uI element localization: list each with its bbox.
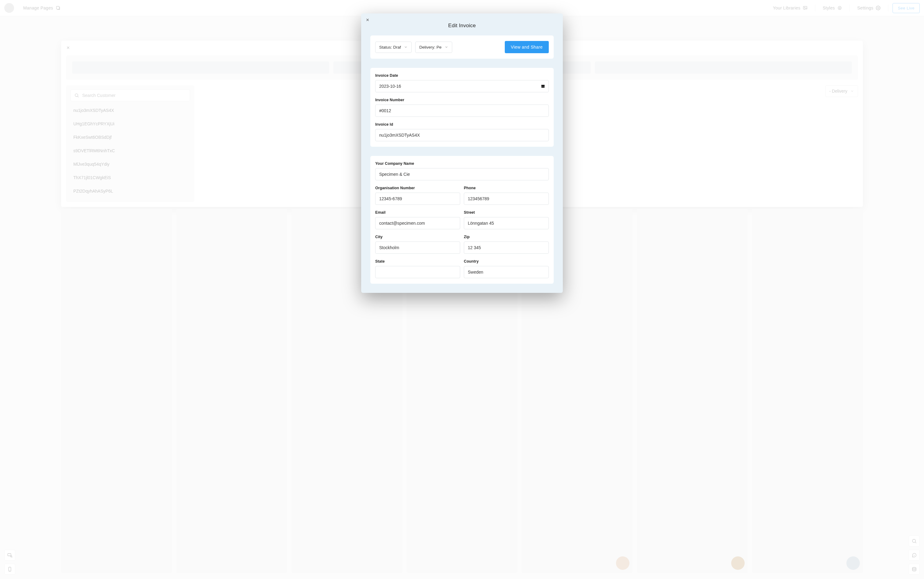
calendar-icon xyxy=(541,84,545,88)
status-select-label: Status: Draf xyxy=(379,45,401,49)
city-input[interactable] xyxy=(375,242,460,254)
org-number-input[interactable] xyxy=(375,193,460,205)
invoice-meta-card: Invoice Date Invoice Number Invoice Id xyxy=(371,68,553,147)
city-label: City xyxy=(375,235,460,239)
invoice-number-input[interactable] xyxy=(375,105,549,117)
company-name-input[interactable] xyxy=(375,168,549,180)
delivery-select-label: Delivery: Pe xyxy=(419,45,442,49)
company-name-label: Your Company Name xyxy=(375,162,549,166)
chevron-down-icon xyxy=(444,45,448,49)
street-label: Street xyxy=(464,210,549,214)
status-select[interactable]: Status: Draf xyxy=(375,42,411,53)
edit-invoice-modal: Edit Invoice Status: Draf Delivery: Pe V… xyxy=(361,13,563,293)
zip-input[interactable] xyxy=(464,242,549,254)
invoice-date-label: Invoice Date xyxy=(375,74,549,78)
email-label: Email xyxy=(375,210,460,214)
email-input[interactable] xyxy=(375,217,460,229)
close-icon[interactable] xyxy=(366,18,370,22)
org-number-label: Organisation Number xyxy=(375,186,460,190)
zip-label: Zip xyxy=(464,235,549,239)
street-input[interactable] xyxy=(464,217,549,229)
invoice-date-input[interactable] xyxy=(375,80,549,92)
view-and-share-button[interactable]: View and Share xyxy=(505,41,549,53)
invoice-id-label: Invoice Id xyxy=(375,122,549,127)
phone-input[interactable] xyxy=(464,193,549,205)
invoice-number-label: Invoice Number xyxy=(375,98,549,102)
chevron-down-icon xyxy=(404,45,408,49)
invoice-id-input[interactable] xyxy=(375,129,549,141)
state-input[interactable] xyxy=(375,266,460,278)
svg-rect-13 xyxy=(542,85,545,86)
country-input[interactable] xyxy=(464,266,549,278)
country-label: Country xyxy=(464,259,549,263)
modal-title: Edit Invoice xyxy=(361,13,563,36)
company-card: Your Company Name Organisation Number Ph… xyxy=(371,156,553,284)
delivery-select[interactable]: Delivery: Pe xyxy=(415,42,452,53)
modal-toolbar-card: Status: Draf Delivery: Pe View and Share xyxy=(371,36,553,59)
state-label: State xyxy=(375,259,460,263)
phone-label: Phone xyxy=(464,186,549,190)
